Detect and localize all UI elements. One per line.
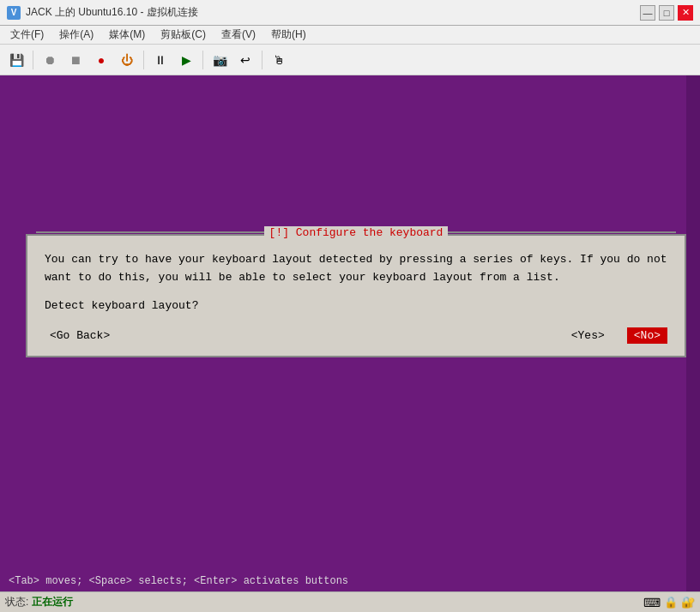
sys-tray: ⌨ 🔒 🔐 — [643, 596, 695, 609]
menu-file[interactable]: 文件(F) — [3, 26, 51, 44]
app-icon: V — [7, 6, 21, 20]
dialog-right-buttons: <Yes> <No> — [566, 327, 667, 344]
menu-help[interactable]: 帮助(H) — [264, 26, 313, 44]
undo-button[interactable]: ↩ — [234, 49, 256, 71]
window-controls: — □ ✕ — [640, 5, 693, 21]
status-value: 正在运行 — [32, 595, 73, 609]
title-line-right — [448, 231, 676, 233]
dialog-title: [!] Configure the keyboard — [264, 226, 449, 239]
status-segment: 状态: 正在运行 — [5, 595, 73, 609]
title-bar-left: V JACK 上的 Ubuntu16.10 - 虚拟机连接 — [7, 5, 198, 20]
snapshot-button[interactable]: 📷 — [208, 49, 231, 71]
win-status-bar: 状态: 正在运行 ⌨ 🔒 🔐 — [0, 591, 700, 612]
hint-text: <Tab> moves; <Space> selects; <Enter> ac… — [9, 575, 348, 587]
lock-icon[interactable]: 🔒 — [664, 596, 678, 609]
yes-button[interactable]: <Yes> — [566, 327, 610, 344]
close-button[interactable]: ✕ — [678, 5, 693, 21]
menu-bar: 文件(F) 操作(A) 媒体(M) 剪贴板(C) 查看(V) 帮助(H) — [0, 26, 700, 45]
scrollbar[interactable] — [686, 75, 700, 591]
dialog-message: You can try to have your keyboard layout… — [45, 251, 667, 287]
dialog-question: Detect keyboard layout? — [45, 299, 667, 312]
vm-display-area[interactable]: [!] Configure the keyboard You can try t… — [0, 75, 700, 591]
dialog-buttons-row: <Go Back> <Yes> <No> — [45, 327, 667, 344]
dialog-title-area: [!] Configure the keyboard — [27, 227, 685, 237]
menu-clipboard[interactable]: 剪贴板(C) — [154, 26, 213, 44]
dialog-container: [!] Configure the keyboard You can try t… — [26, 234, 686, 357]
vm-hint-bar: <Tab> moves; <Space> selects; <Enter> ac… — [0, 571, 686, 591]
menu-media[interactable]: 媒体(M) — [102, 26, 152, 44]
go-back-button[interactable]: <Go Back> — [45, 327, 115, 344]
minimize-button[interactable]: — — [640, 5, 655, 21]
window-title: JACK 上的 Ubuntu16.10 - 虚拟机连接 — [26, 5, 198, 20]
play-button[interactable]: ▶ — [175, 49, 197, 71]
toolbar-separator-1 — [33, 51, 33, 69]
usb-button[interactable]: 🖱 — [268, 49, 290, 71]
dialog-box: [!] Configure the keyboard You can try t… — [26, 234, 686, 357]
toolbar-separator-4 — [262, 51, 262, 69]
record-button[interactable]: ⏺ — [39, 49, 61, 71]
status-label: 状态: — [5, 595, 28, 609]
menu-action[interactable]: 操作(A) — [52, 26, 100, 44]
toolbar-separator-2 — [143, 51, 144, 69]
stop-button[interactable]: ⏹ — [64, 49, 87, 71]
toolbar: 💾 ⏺ ⏹ ● ⏻ ⏸ ▶ 📷 ↩ 🖱 — [0, 45, 700, 75]
toolbar-separator-3 — [202, 51, 203, 69]
shutdown-button[interactable]: ● — [90, 49, 112, 71]
no-button[interactable]: <No> — [627, 327, 667, 344]
restore-button[interactable]: □ — [659, 5, 674, 21]
network-icon[interactable]: 🔐 — [681, 596, 695, 609]
title-bar: V JACK 上的 Ubuntu16.10 - 虚拟机连接 — □ ✕ — [0, 0, 700, 26]
dialog-content: You can try to have your keyboard layout… — [27, 236, 685, 356]
menu-view[interactable]: 查看(V) — [214, 26, 262, 44]
power-button[interactable]: ⏻ — [116, 49, 138, 71]
keyboard-icon[interactable]: ⌨ — [643, 596, 661, 609]
save-button[interactable]: 💾 — [5, 49, 27, 71]
pause-button[interactable]: ⏸ — [149, 49, 172, 71]
title-line-left — [36, 231, 264, 233]
